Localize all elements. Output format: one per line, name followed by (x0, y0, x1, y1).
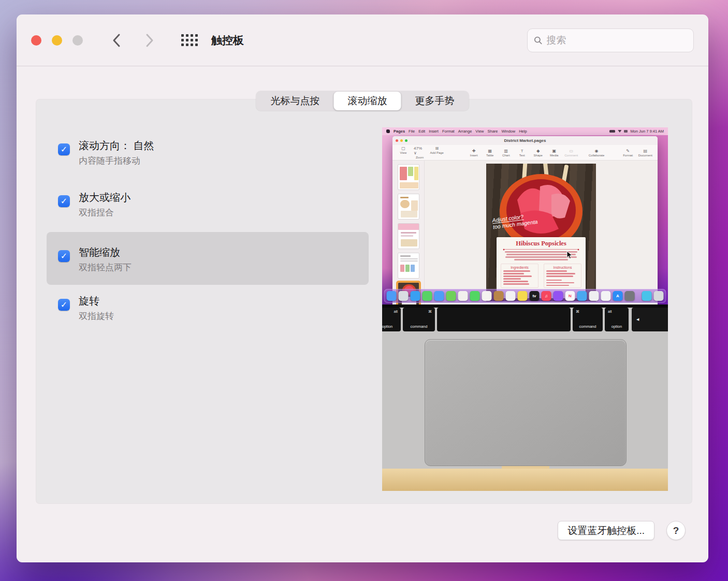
setting-title: 放大或缩小 (79, 191, 130, 205)
tab-more-gestures[interactable]: 更多手势 (401, 92, 469, 110)
instructions-column: Instructions (544, 264, 581, 288)
recipe-card-title: Hibiscus Popsicles (501, 240, 581, 248)
tool-add-page: ⊞Add Page (430, 146, 443, 159)
tool-text: TText (516, 149, 528, 157)
popsicle-bowl-graphic (486, 164, 596, 241)
demo-trackpad (425, 339, 627, 466)
dock-icon-safari (411, 291, 420, 301)
checkbox-zoom-in-out[interactable] (58, 195, 70, 207)
dock-icon-apple-tv: tv (530, 291, 540, 301)
setup-bluetooth-trackpad-button[interactable]: 设置蓝牙触控板... (558, 521, 654, 540)
battery-icon (609, 130, 615, 133)
key-command-left: ⌘ command (403, 308, 435, 331)
setting-subtitle: 双指旋转 (79, 310, 114, 322)
help-button[interactable]: ? (666, 521, 686, 540)
dock-icon-keynote (601, 291, 611, 301)
dock-icon-find-my (446, 291, 456, 301)
page-thumbnail (398, 223, 419, 249)
dock-icon-photos (458, 291, 468, 301)
key-arrow-left: ◀ (632, 308, 668, 331)
tab-scroll-zoom[interactable]: 滚动缩放 (334, 92, 401, 110)
mouse-cursor (566, 251, 573, 259)
dock-icon-music: ♫ (542, 291, 551, 301)
tool-insert: ✚Insert (468, 149, 479, 157)
tool-shape: ◆Shape (532, 149, 544, 157)
dock-icon-facetime (470, 291, 480, 301)
page-thumbnail (398, 253, 419, 279)
gesture-demo-video: PagesFileEditInsertFormatArrangeViewShar… (382, 127, 668, 491)
apple-menu-icon (386, 129, 390, 133)
setting-row-scroll-direction[interactable]: 滚动方向： 自然 内容随手指移动 (47, 132, 369, 183)
menubar-item: Help (519, 129, 527, 134)
pages-titlebar: District Market.pages (392, 136, 658, 145)
key-command-right: ⌘ command (573, 308, 603, 331)
setting-row-zoom-in-out[interactable]: 放大或缩小 双指捏合 (47, 183, 369, 235)
page-thumbnail (398, 194, 419, 220)
tool-chart: ▥Chart (500, 149, 512, 157)
menubar-item: File (409, 129, 415, 134)
card-divider (504, 249, 578, 250)
key-spacebar (437, 308, 571, 331)
toolbar-right-group: ✎Format▤Document (622, 149, 652, 157)
wifi-icon (618, 130, 621, 133)
back-icon[interactable] (112, 33, 121, 48)
page-title: 触控板 (211, 33, 244, 48)
demo-menubar: PagesFileEditInsertFormatArrangeViewShar… (382, 127, 668, 135)
dock-icon-downloads (642, 291, 652, 301)
setting-row-rotate[interactable]: 旋转 双指旋转 (47, 287, 369, 339)
dock: tv♫NA (384, 289, 666, 303)
menubar-item: Edit (418, 129, 425, 134)
checkbox-scroll-direction[interactable] (58, 143, 70, 155)
dock-icon-reminders (506, 291, 516, 301)
close-button[interactable] (31, 35, 41, 46)
desk-surface (382, 469, 668, 491)
tool-view: ▢View (398, 146, 409, 159)
demo-pages-window: District Market.pages ▢View47% ∨Zoom⊞Add… (392, 136, 658, 304)
setting-title: 智能缩放 (79, 245, 132, 259)
setting-row-smart-zoom[interactable]: 智能缩放 双指轻点两下 (47, 232, 369, 285)
dock-icon-app-store: A (613, 291, 623, 301)
key-option-left: alt option (382, 308, 401, 331)
dock-icon-system-preferences (625, 291, 635, 301)
tool-zoom: 47% ∨Zoom (414, 146, 426, 159)
tool-media: ▣Media (548, 149, 560, 157)
menubar-item: Arrange (458, 129, 472, 134)
dock-icon-trash (654, 291, 664, 301)
checkbox-rotate[interactable] (58, 299, 70, 311)
dock-icon-launchpad (399, 291, 409, 301)
checkbox-smart-zoom[interactable] (58, 250, 70, 262)
zoom-button (72, 35, 83, 46)
dock-icon-numbers (589, 291, 599, 301)
setting-title: 滚动方向： 自然 (79, 139, 154, 153)
settings-panel: 滚动方向： 自然 内容随手指移动 放大或缩小 双指捏合 智能缩放 双指轻点两下 (36, 99, 692, 503)
show-all-icon[interactable] (181, 34, 198, 46)
menubar-item: Share (487, 129, 498, 134)
dock-icon-mail (434, 291, 444, 301)
ingredients-column: Ingredients (501, 264, 538, 288)
key-option-right: alt option (605, 308, 629, 331)
tool-format: ✎Format (622, 149, 634, 157)
demo-laptop-base: alt option ⌘ command ⌘ command alt optio… (382, 304, 668, 491)
demo-mac-screen: PagesFileEditInsertFormatArrangeViewShar… (382, 127, 668, 304)
menubar-item: View (475, 129, 484, 134)
pages-doc-title: District Market.pages (392, 138, 658, 143)
tool-comment: ▭Comment (564, 149, 578, 157)
menubar-clock: Mon Jun 7 9:41 AM (630, 129, 664, 134)
traffic-lights (31, 35, 83, 46)
page-thumbnail (398, 164, 419, 190)
dock-icon-finder (387, 291, 397, 301)
tab-point-click[interactable]: 光标与点按 (257, 92, 334, 110)
minimize-button[interactable] (52, 35, 62, 46)
search-field[interactable] (527, 28, 694, 52)
setting-subtitle: 双指轻点两下 (79, 262, 132, 273)
search-input[interactable] (547, 35, 687, 46)
tool-collaborate: ◉Collaborate (589, 149, 605, 157)
control-center-icon (624, 130, 628, 133)
menubar-item: Pages (394, 129, 405, 134)
toolbar-middle-group: ✚Insert▦Table▥ChartTText◆Shape▣Media▭Com… (468, 149, 578, 157)
dock-icon-weather (577, 291, 587, 301)
pages-toolbar: ▢View47% ∨Zoom⊞Add Page ✚Insert▦Table▥Ch… (392, 145, 658, 161)
dock-icon-books (494, 291, 504, 301)
tool-table: ▦Table (484, 149, 496, 157)
popsicle-photo: Adjust color? too much magenta Hibiscus … (486, 164, 596, 301)
